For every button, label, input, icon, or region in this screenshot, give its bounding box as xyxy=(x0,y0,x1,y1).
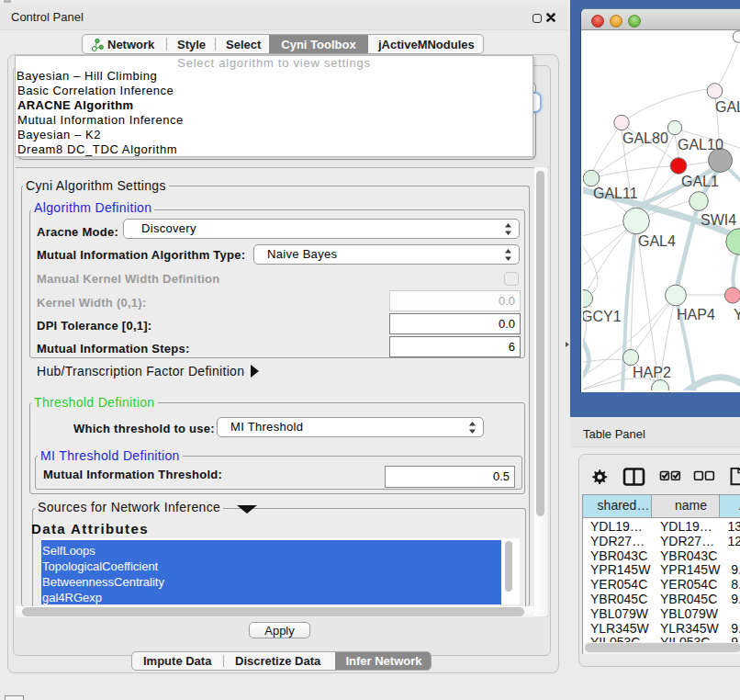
svg-text:GAL11: GAL11 xyxy=(593,186,638,201)
svg-text:GAL4: GAL4 xyxy=(638,233,676,249)
svg-text:GAL1: GAL1 xyxy=(681,174,719,189)
svg-text:YPL: YPL xyxy=(734,307,740,322)
svg-text:HAP4: HAP4 xyxy=(677,307,715,322)
svg-text:SWI4: SWI4 xyxy=(701,212,736,228)
svg-text:GAL80: GAL80 xyxy=(622,130,668,146)
svg-text:GAL7: GAL7 xyxy=(715,99,740,115)
svg-text:GCY1: GCY1 xyxy=(583,309,622,324)
svg-text:HAP2: HAP2 xyxy=(633,365,671,380)
svg-text:GAL10: GAL10 xyxy=(678,137,723,152)
